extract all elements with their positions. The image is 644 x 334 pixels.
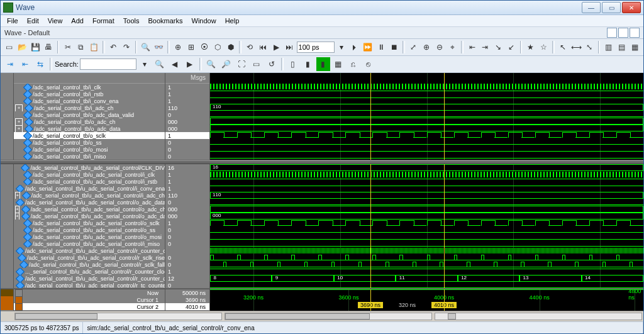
toggle-path-icon[interactable]: ⎋	[362, 57, 375, 71]
expand-icon[interactable]: +	[15, 104, 23, 111]
zoom-cursor-icon[interactable]: ⌖	[447, 40, 459, 54]
step-icon[interactable]: ⏭	[284, 40, 296, 54]
search-next-icon[interactable]: ▶	[183, 57, 197, 71]
menu-tools[interactable]: Tools	[119, 16, 143, 26]
waveform-lane[interactable]	[210, 233, 643, 240]
signal-name-row[interactable]: +/adc_serial_control_tb/o_adc_ch	[14, 118, 165, 125]
signal-names-col-1[interactable]: /adc_serial_control_tb/i_clk/adc_serial_…	[14, 73, 165, 160]
cursor1-label[interactable]: Cursor 1	[14, 296, 165, 303]
zoom-region-icon[interactable]: ▭	[250, 57, 264, 71]
collapse-all-icon[interactable]: ⇤	[18, 57, 32, 71]
save-icon[interactable]: 💾	[30, 40, 42, 54]
expand-all-icon[interactable]: ⇥	[3, 57, 17, 71]
signal-name-row[interactable]: /adc_serial_control_tb/i_rstb	[14, 91, 165, 97]
wave-scroll[interactable]	[435, 313, 642, 320]
redo-icon[interactable]: ↷	[121, 40, 133, 54]
close-button[interactable]: ✕	[622, 2, 641, 13]
signal-name-row[interactable]: +/adc_serial_control_tb/u_adc_serial_con…	[14, 213, 165, 220]
waveform-pane-1[interactable]: 110	[210, 73, 643, 160]
signal-name-row[interactable]: /adc_serial_control_tb/u_adc_serial_cont…	[14, 254, 165, 261]
stop-icon[interactable]: ⏹	[388, 40, 400, 54]
prev-falling-icon[interactable]: ↘	[492, 40, 504, 54]
new-icon[interactable]: ▭	[3, 40, 15, 54]
next-falling-icon[interactable]: ↙	[506, 40, 518, 54]
toggle-wave-icon[interactable]: ▮	[316, 57, 330, 71]
expand-icon[interactable]: +	[15, 125, 23, 132]
layout-b-icon[interactable]: ▤	[616, 40, 628, 54]
cursor-2[interactable]	[444, 73, 445, 160]
cut-icon[interactable]: ✂	[62, 40, 74, 54]
signal-name-row[interactable]: /adc_serial_control_tb/i_conv_ena	[14, 97, 165, 104]
signal-name-row[interactable]: /adc_serial_control_tb/u_adc_serial_cont…	[14, 275, 165, 282]
time-ruler[interactable]: 3200 ns3600 ns4000 ns4400 ns4800 ns3690 …	[210, 289, 643, 311]
waveform-lane[interactable]	[210, 220, 643, 226]
copy-icon[interactable]: ⧉	[75, 40, 87, 54]
signal-name-row[interactable]: /adc_serial_control_tb/o_ss	[14, 139, 165, 146]
menu-edit[interactable]: Edit	[23, 16, 43, 26]
open-icon[interactable]: 📂	[16, 40, 28, 54]
waveform-lane[interactable]	[210, 261, 643, 268]
signal-name-row[interactable]: +/adc_serial_control_tb/i_adc_ch	[14, 104, 165, 111]
zoom-in-time-icon[interactable]: ⊕	[421, 40, 433, 54]
menu-window[interactable]: Window	[188, 16, 220, 26]
cursor-2b[interactable]	[444, 164, 445, 288]
signal-name-row[interactable]: /adc_serial_control_tb/u_adc_serial_cont…	[14, 282, 165, 288]
menu-file[interactable]: File	[3, 16, 22, 26]
step-back-icon[interactable]: ⏮	[257, 40, 269, 54]
signal-values-col-1[interactable]: Msgs 11111000000001000	[165, 73, 210, 160]
toggle-grid-icon[interactable]: ▦	[331, 57, 345, 71]
select-icon[interactable]: ↖	[557, 40, 569, 54]
waveform-lane[interactable]	[210, 83, 643, 90]
signal-name-row[interactable]: /adc_serial_control_tb/u_adc_serial_cont…	[14, 247, 165, 254]
break-icon[interactable]: ⏸	[375, 40, 387, 54]
waveform-lane[interactable]: 891011121314	[210, 275, 643, 282]
names-scroll[interactable]	[14, 313, 222, 320]
search-input[interactable]	[80, 58, 136, 70]
zoom-full-icon[interactable]: ⤢	[408, 40, 419, 54]
signal-name-row[interactable]: /adc_serial_control_tb/o_mosi	[14, 146, 165, 153]
next-edge-icon[interactable]: ⇥	[479, 40, 491, 54]
signal-name-row[interactable]: /adc_serial_control_tb/u_adc_serial_cont…	[14, 185, 165, 192]
signal-name-row[interactable]: +/adc_serial_control_tb/u_adc_serial_con…	[14, 206, 165, 213]
cursor2-label[interactable]: Cursor 2	[14, 303, 165, 310]
waveform-lane[interactable]	[210, 199, 643, 206]
waveform-lane[interactable]	[210, 240, 643, 247]
paste-icon[interactable]: 📋	[88, 40, 100, 54]
help-icon[interactable]	[607, 28, 617, 38]
prev-edge-icon[interactable]: ⇤	[466, 40, 478, 54]
layout-a-icon[interactable]: ▥	[602, 40, 614, 54]
combine-icon[interactable]: ⬢	[225, 40, 236, 54]
signal-name-row[interactable]: /adc_serial_control_tb/u_adc_serial_cont…	[14, 178, 165, 185]
toggle-names-icon[interactable]: ▯	[286, 57, 300, 71]
waveform-lane[interactable]	[210, 226, 643, 233]
bookmark-add-icon[interactable]: ★	[525, 40, 536, 54]
menu-format[interactable]: Format	[89, 16, 118, 26]
waveform-lane[interactable]	[210, 97, 643, 104]
run-length-unit-dropdown[interactable]: ▾	[336, 40, 348, 54]
signal-name-row[interactable]: /adc_serial_control_tb/u_adc_serial_cont…	[14, 171, 165, 178]
menu-bookmarks[interactable]: Bookmarks	[144, 16, 186, 26]
expand-icon[interactable]: +	[15, 206, 19, 213]
signal-name-row[interactable]: +/adc_serial_control_tb/u_adc_serial_con…	[14, 192, 165, 199]
expand-icon[interactable]: +	[15, 192, 20, 199]
values-scroll[interactable]	[225, 313, 432, 320]
zoom-fit-icon[interactable]: ⛶	[235, 57, 248, 71]
print-icon[interactable]: 🖶	[43, 40, 55, 54]
maximize-button[interactable]: ▭	[602, 2, 621, 13]
waveform-lane[interactable]	[210, 90, 643, 97]
expand-icon[interactable]: ⤡	[584, 40, 596, 54]
signal-name-row[interactable]: /adc_serial_control_tb/i_miso	[14, 153, 165, 160]
waveform-lane[interactable]	[210, 178, 643, 185]
format-icon[interactable]: ⦿	[199, 40, 211, 54]
close-panel-icon[interactable]	[630, 28, 640, 38]
toggle-values-icon[interactable]: ▮	[301, 57, 315, 71]
signal-name-row[interactable]: /adc_serial_control_tb/o_sclk	[14, 132, 165, 139]
zoom-last-icon[interactable]: ↺	[265, 57, 279, 71]
signal-name-row[interactable]: /adc_serial_control_tb/u_adc_serial_cont…	[14, 199, 165, 206]
run-all-icon[interactable]: ⏵	[348, 40, 360, 54]
waveform-lane[interactable]	[210, 111, 643, 118]
waveform-pane-2[interactable]: 16110000891011121314	[210, 164, 643, 288]
waveform-lane[interactable]: 16	[210, 164, 643, 171]
search-go-icon[interactable]: 🔍	[153, 57, 167, 71]
signal-names-col-2[interactable]: /adc_serial_control_tb/u_adc_serial_cont…	[14, 164, 165, 288]
